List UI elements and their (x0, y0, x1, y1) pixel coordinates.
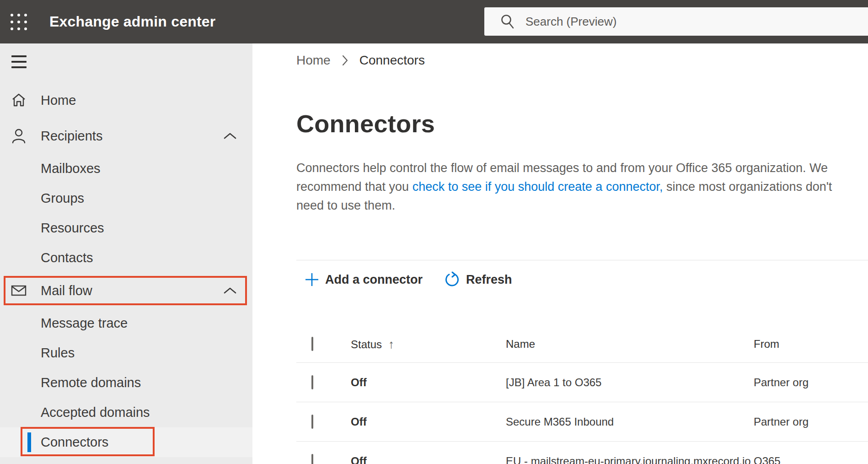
global-search[interactable] (484, 7, 868, 36)
main-content: Home Connectors Connectors Connectors he… (252, 43, 868, 464)
person-icon (11, 128, 27, 144)
row-name[interactable]: [JB] Area 1 to O365 (506, 376, 601, 389)
sidebar-item-label: Connectors (41, 435, 108, 450)
column-header-status[interactable]: Status↑ (351, 337, 394, 351)
home-icon (11, 93, 27, 108)
table-row[interactable]: Off EU - mailstream-eu-primary.journalin… (296, 442, 868, 464)
table-header-row: Status↑ Name From (296, 326, 868, 363)
sidebar-item-label: Mailboxes (41, 161, 101, 176)
sidebar-item-recipients[interactable]: Recipients (0, 118, 252, 154)
sort-ascending-icon: ↑ (388, 337, 394, 351)
row-name[interactable]: EU - mailstream-eu-primary.journaling.mx… (506, 455, 751, 464)
sidebar-item-label: Groups (41, 191, 84, 206)
chevron-up-icon[interactable] (223, 287, 237, 294)
row-from: O365 (754, 455, 781, 464)
plus-icon (305, 272, 319, 287)
refresh-icon (444, 271, 460, 288)
row-checkbox[interactable] (311, 375, 313, 389)
table-row[interactable]: Off [JB] Area 1 to O365 Partner org (296, 363, 868, 402)
row-status: Off (351, 415, 367, 428)
sidebar-item-accepted-domains[interactable]: Accepted domains (0, 398, 252, 427)
sidebar-item-mailboxes[interactable]: Mailboxes (0, 154, 252, 183)
sidebar-item-label: Resources (41, 221, 104, 236)
sidebar-item-label: Accepted domains (41, 405, 150, 420)
select-all-checkbox[interactable] (311, 337, 313, 351)
mail-envelope-icon (11, 285, 27, 296)
sidebar-item-label: Remote domains (41, 375, 141, 390)
row-status: Off (351, 376, 367, 389)
sidebar-item-label: Recipients (41, 129, 102, 144)
row-checkbox[interactable] (311, 415, 313, 429)
breadcrumb: Home Connectors (296, 53, 425, 68)
sidebar-item-label: Mail flow (41, 283, 92, 298)
connectors-table: Status↑ Name From Off [JB] Area 1 to O36… (252, 326, 868, 464)
sidebar-item-label: Contacts (41, 250, 93, 265)
sidebar-item-remote-domains[interactable]: Remote domains (0, 368, 252, 398)
sidebar-item-label: Rules (41, 345, 75, 361)
hamburger-menu-icon[interactable] (11, 55, 27, 68)
sidebar-item-home[interactable]: Home (0, 82, 252, 118)
page-title: Connectors (296, 109, 435, 138)
sidebar-item-label: Home (41, 93, 76, 108)
sidebar-item-connectors[interactable]: Connectors (0, 427, 252, 457)
sidebar-item-label: Message trace (41, 316, 128, 331)
refresh-button[interactable]: Refresh (444, 271, 512, 288)
refresh-label: Refresh (466, 273, 512, 287)
row-checkbox[interactable] (311, 454, 313, 464)
top-app-bar: Exchange admin center (0, 0, 868, 43)
column-header-name[interactable]: Name (506, 338, 535, 351)
chevron-right-icon (342, 54, 348, 66)
sidebar-item-rules[interactable]: Rules (0, 338, 252, 368)
sidebar-item-message-trace[interactable]: Message trace (0, 308, 252, 338)
search-icon (500, 14, 515, 29)
column-header-from[interactable]: From (754, 338, 779, 351)
sidebar-item-mail-flow[interactable]: Mail flow (0, 273, 252, 308)
app-launcher-waffle-icon[interactable] (8, 12, 29, 32)
sidebar-item-contacts[interactable]: Contacts (0, 243, 252, 273)
breadcrumb-home-link[interactable]: Home (296, 53, 331, 68)
app-title: Exchange admin center (49, 0, 215, 43)
add-connector-button[interactable]: Add a connector (305, 272, 423, 287)
create-connector-check-link[interactable]: check to see if you should create a conn… (413, 180, 663, 194)
nav-list: Home Recipients Mailboxes Groups Resour (0, 82, 252, 457)
row-status: Off (351, 455, 367, 464)
command-bar: Add a connector Refresh (305, 269, 512, 291)
add-connector-label: Add a connector (325, 273, 423, 287)
table-row[interactable]: Off Secure M365 Inbound Partner org (296, 402, 868, 442)
row-from: Partner org (754, 376, 809, 389)
toolbar-divider (296, 260, 868, 260)
row-name[interactable]: Secure M365 Inbound (506, 415, 614, 428)
row-from: Partner org (754, 415, 809, 428)
sidebar-item-resources[interactable]: Resources (0, 213, 252, 243)
breadcrumb-current: Connectors (359, 53, 425, 68)
search-input[interactable] (525, 15, 800, 29)
page-description: Connectors help control the flow of emai… (296, 159, 853, 215)
left-navigation: Home Recipients Mailboxes Groups Resour (0, 43, 252, 464)
chevron-up-icon[interactable] (223, 132, 237, 140)
sidebar-item-groups[interactable]: Groups (0, 183, 252, 213)
